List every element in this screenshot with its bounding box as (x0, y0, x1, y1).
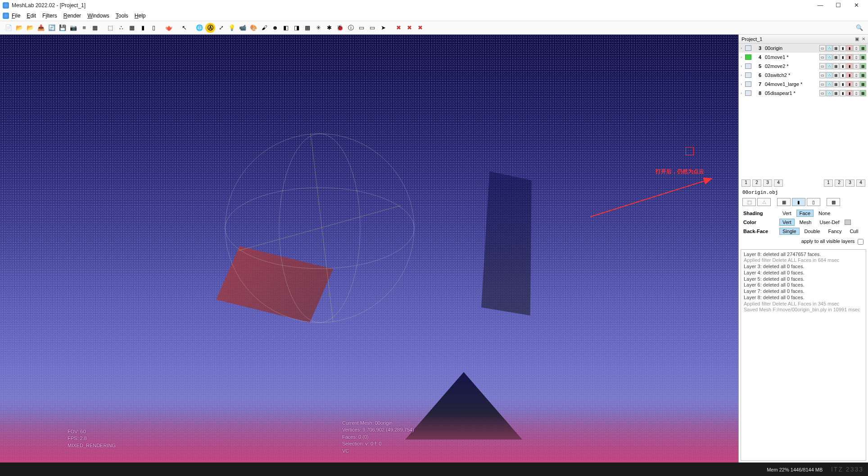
layer-tex-icon[interactable]: ▩ (860, 63, 866, 69)
opt-user-def[interactable]: User-Def (816, 219, 842, 226)
viewport-3d[interactable]: FOV: 60 FPS: 2.8 MIXED_RENDERING Current… (0, 35, 738, 463)
layer-sel-icon[interactable]: ▮ (846, 72, 853, 78)
teapot-icon[interactable]: 🫖 (164, 23, 174, 33)
menu-windows[interactable]: Windows (87, 13, 109, 19)
expand-icon[interactable]: › (741, 82, 745, 86)
layer-visibility-icon[interactable] (745, 54, 751, 60)
menu-tools[interactable]: Tools (116, 13, 128, 19)
layer-edge-icon[interactable]: ▯ (853, 90, 859, 96)
expand-icon[interactable]: › (741, 46, 745, 50)
ladybug-icon[interactable]: 🐞 (335, 23, 345, 33)
layer-points-icon[interactable]: ∴ (826, 54, 832, 60)
face-icon[interactable]: ☻ (270, 23, 280, 33)
layer-solid-icon[interactable]: ▮ (840, 81, 846, 87)
layer-points-icon[interactable]: ∴ (826, 72, 832, 78)
layer-points-icon[interactable]: ∴ (826, 45, 832, 51)
group-button[interactable]: 3 (763, 180, 772, 187)
layer-visibility-icon[interactable] (745, 81, 751, 87)
layer-row[interactable]: › 4 01move1 * ▭ ∴ ▦ ▮ ▮ ▯ ▩ (739, 53, 868, 62)
bug-icon[interactable]: ✱ (324, 23, 334, 33)
group-button[interactable]: 1 (741, 180, 750, 187)
expand-icon[interactable]: › (741, 64, 745, 68)
group-button[interactable]: 2 (752, 180, 761, 187)
log-panel[interactable]: Layer 8: deleted all 2747657 faces.Appli… (741, 249, 866, 461)
layer-btn-icon[interactable]: ▭ (819, 81, 826, 87)
app-menu-icon[interactable] (3, 13, 9, 19)
mode-bbox-icon[interactable]: ⬚ (742, 198, 756, 206)
axis-icon[interactable]: ⤢ (216, 23, 226, 33)
wire-icon[interactable]: ▦ (127, 23, 137, 33)
layer-tex-icon[interactable]: ▩ (860, 81, 866, 87)
texture-icon[interactable]: ▩ (303, 23, 312, 33)
layer-solid-icon[interactable]: ▮ (840, 54, 846, 60)
fcolor-icon[interactable]: ◨ (292, 23, 302, 33)
flat-icon[interactable]: ▯ (149, 23, 158, 33)
layer-solid-icon[interactable]: ▮ (840, 45, 846, 51)
group-button[interactable]: 3 (845, 180, 854, 187)
opt-mesh[interactable]: Mesh (796, 219, 815, 226)
expand-icon[interactable]: › (741, 73, 745, 77)
mode-wire-icon[interactable]: ▦ (777, 198, 791, 206)
layer-visibility-icon[interactable] (745, 45, 751, 51)
layer-edge-icon[interactable]: ▯ (853, 72, 859, 78)
layer-sel-icon[interactable]: ▮ (846, 45, 853, 51)
layer-tex-icon[interactable]: ▩ (860, 90, 866, 96)
layer-visibility-icon[interactable] (745, 63, 751, 69)
opt-vert[interactable]: Vert (779, 210, 795, 217)
layer-row[interactable]: › 5 02move2 * ▭ ∴ ▦ ▮ ▮ ▯ ▩ (739, 62, 868, 71)
layer-points-icon[interactable]: ∴ (826, 90, 832, 96)
save-icon[interactable]: 💾 (58, 23, 68, 33)
layer-tex-icon[interactable]: ▩ (860, 72, 866, 78)
group-button[interactable]: 4 (856, 180, 865, 187)
apply-all-checkbox[interactable] (858, 239, 863, 245)
group-button[interactable]: 2 (835, 180, 844, 187)
layer-row[interactable]: › 3 00origin ▭ ∴ ▦ ▮ ▮ ▯ ▩ (739, 44, 868, 53)
opt-double[interactable]: Double (801, 228, 823, 235)
raster-icon[interactable]: ▦ (90, 23, 100, 33)
layer-row[interactable]: › 8 05disapear1 * ▭ ∴ ▦ ▮ ▮ ▯ ▩ (739, 89, 868, 98)
layer-wire-icon[interactable]: ▦ (833, 63, 839, 69)
trackball-gizmo[interactable] (216, 125, 423, 332)
opt-cull[interactable]: Cull (846, 228, 861, 235)
layer-points-icon[interactable]: ∴ (826, 63, 832, 69)
layer-solid-icon[interactable]: ▮ (840, 63, 846, 69)
mode-solid-icon[interactable]: ▮ (792, 198, 805, 206)
import-icon[interactable]: 📥 (36, 23, 46, 33)
menu-render[interactable]: Render (63, 13, 81, 19)
search-icon[interactable]: 🔍 (854, 23, 864, 33)
menu-edit[interactable]: Edit (27, 13, 36, 19)
expand-icon[interactable]: › (741, 91, 745, 95)
solid-icon[interactable]: ▮ (138, 23, 148, 33)
layer-sel-icon[interactable]: ▮ (846, 54, 853, 60)
a-icon[interactable]: Ⓐ (205, 23, 215, 33)
opt-face[interactable]: Face (796, 210, 814, 217)
maximize-button[interactable]: ☐ (829, 0, 847, 11)
delselect-icon[interactable]: ✖ (415, 23, 425, 33)
vcolor-icon[interactable]: ◧ (281, 23, 291, 33)
close-button[interactable]: ✕ (847, 0, 865, 11)
expand-icon[interactable]: › (741, 55, 745, 59)
layer-wire-icon[interactable]: ▦ (833, 72, 839, 78)
layer-wire-icon[interactable]: ▦ (833, 54, 839, 60)
layer-wire-icon[interactable]: ▦ (833, 45, 839, 51)
panel-undock-icon[interactable]: ▣ (855, 36, 859, 41)
layer-btn-icon[interactable]: ▭ (819, 45, 826, 51)
layer-btn-icon[interactable]: ▭ (819, 63, 826, 69)
layer-tex-icon[interactable]: ▩ (860, 45, 866, 51)
layer-sel-icon[interactable]: ▮ (846, 81, 853, 87)
layer-tex-icon[interactable]: ▩ (860, 54, 866, 60)
layer-sel-icon[interactable]: ▮ (846, 63, 853, 69)
layer-wire-icon[interactable]: ▦ (833, 81, 839, 87)
menu-file[interactable]: File (12, 13, 20, 19)
points-icon[interactable]: ∴ (116, 23, 126, 33)
layer-edge-icon[interactable]: ▯ (853, 81, 859, 87)
cursor-icon[interactable]: ↖ (179, 23, 189, 33)
layer-btn-icon[interactable]: ▭ (819, 72, 826, 78)
material-icon[interactable]: 🎨 (249, 23, 258, 33)
layer-sel-icon[interactable]: ▮ (846, 90, 853, 96)
group-button[interactable]: 4 (774, 180, 783, 187)
group-button[interactable]: 1 (824, 180, 833, 187)
layer-btn-icon[interactable]: ▭ (819, 90, 826, 96)
globe-icon[interactable]: 🌐 (194, 23, 204, 33)
brush-icon[interactable]: 🖌 (259, 23, 269, 33)
